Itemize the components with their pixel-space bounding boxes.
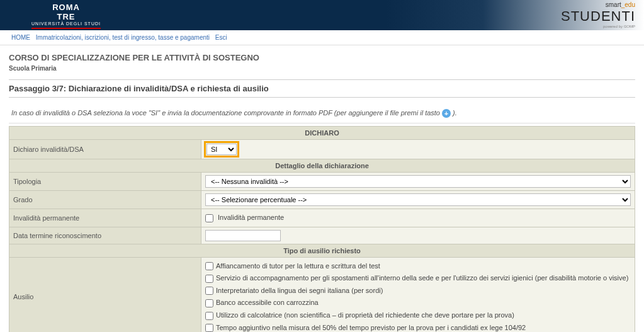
breadcrumb: HOME Immatricolazioni, iscrizioni, test … xyxy=(0,30,644,45)
declaration-form: DICHIARO Dichiaro invalidità/DSA SI Dett… xyxy=(9,126,635,332)
ausilio-opt-4[interactable]: Utilizzo di calcolatrice (non scientific… xyxy=(205,309,631,322)
brand-powered: powered by GOMP xyxy=(561,25,635,28)
ausilio-opt-5[interactable]: Tempo aggiuntivo nella misura del 50% de… xyxy=(205,322,631,332)
logo-line1: ROMA xyxy=(52,3,80,12)
ausilio-opt-0[interactable]: Affiancamento di tutor per la lettura e … xyxy=(205,260,631,273)
logo-line2: TRE xyxy=(57,12,76,21)
label-ausilio: Ausilio xyxy=(9,257,201,332)
ausilio-chk-0[interactable] xyxy=(205,262,213,270)
data-termine-input[interactable] xyxy=(205,230,281,241)
section-dettaglio: Dettaglio della dichiarazione xyxy=(9,159,635,173)
section-dichiaro: DICHIARO xyxy=(9,127,635,140)
page-subtitle: Scuola Primaria xyxy=(9,65,635,72)
brand-smart: smart xyxy=(606,1,621,8)
crumb-esci[interactable]: Esci xyxy=(215,34,227,41)
inv-perm-text: Invalidità permanente xyxy=(218,214,284,221)
top-header: ROMA TRE UNIVERSITÀ DEGLI STUDI smart_ed… xyxy=(0,0,644,30)
plus-icon: + xyxy=(442,109,451,118)
ausilio-chk-3[interactable] xyxy=(205,299,213,307)
ausilio-chk-1[interactable] xyxy=(205,275,213,283)
ausilio-chk-2[interactable] xyxy=(205,287,213,295)
inv-perm-row[interactable]: Invalidità permanente xyxy=(205,212,631,224)
label-dichiaro-inv: Dichiaro invalidità/DSA xyxy=(9,140,201,159)
tipologia-select[interactable]: <-- Nessuna invalidità --> xyxy=(205,175,631,188)
intro-part-a: In caso di invalidità o DSA seleziona la… xyxy=(11,109,442,117)
brand-edu: _edu xyxy=(621,1,635,8)
label-tipologia: Tipologia xyxy=(9,173,201,191)
dichiaro-select[interactable]: SI xyxy=(206,144,237,155)
ausilio-chk-5[interactable] xyxy=(205,324,213,332)
intro-part-b: ). xyxy=(453,109,457,117)
brand-right: smart_edu STUDENTI powered by GOMP xyxy=(561,1,635,28)
ausilio-chk-4[interactable] xyxy=(205,312,213,320)
crumb-immatric[interactable]: Immatricolazioni, iscrizioni, test di in… xyxy=(36,34,210,41)
step-heading: Passaggio 3/7: Dichiarazione di invalidi… xyxy=(9,79,635,98)
label-data-termine: Data termine riconoscimento xyxy=(9,227,201,244)
page-title: CORSO DI SPECIALIZZAZIONE PER LE ATTIVIT… xyxy=(9,53,635,62)
intro-text: In caso di invalidità o DSA seleziona la… xyxy=(9,104,635,123)
ausilio-opt-3[interactable]: Banco accessibile con carrozzina xyxy=(205,297,631,309)
grado-select[interactable]: <-- Selezionare percentuale --> xyxy=(205,193,631,206)
crumb-home[interactable]: HOME xyxy=(11,34,30,41)
brand-studenti: STUDENTI xyxy=(561,8,635,25)
label-grado: Grado xyxy=(9,191,201,209)
section-tipo-ausilio: Tipo di ausilio richiesto xyxy=(9,244,635,257)
logo-line3: UNIVERSITÀ DEGLI STUDI xyxy=(31,21,101,26)
ausilio-opt-1[interactable]: Servizio di accompagnamento per gli spos… xyxy=(205,272,631,285)
ausilio-opt-2[interactable]: Interpretariato della lingua dei segni i… xyxy=(205,285,631,297)
label-inv-perm: Invalidità permanente xyxy=(9,209,201,227)
inv-perm-checkbox[interactable] xyxy=(205,214,213,222)
ausilio-options-cell: Affiancamento di tutor per la lettura e … xyxy=(201,257,635,332)
university-logo: ROMA TRE UNIVERSITÀ DEGLI STUDI xyxy=(31,0,101,29)
